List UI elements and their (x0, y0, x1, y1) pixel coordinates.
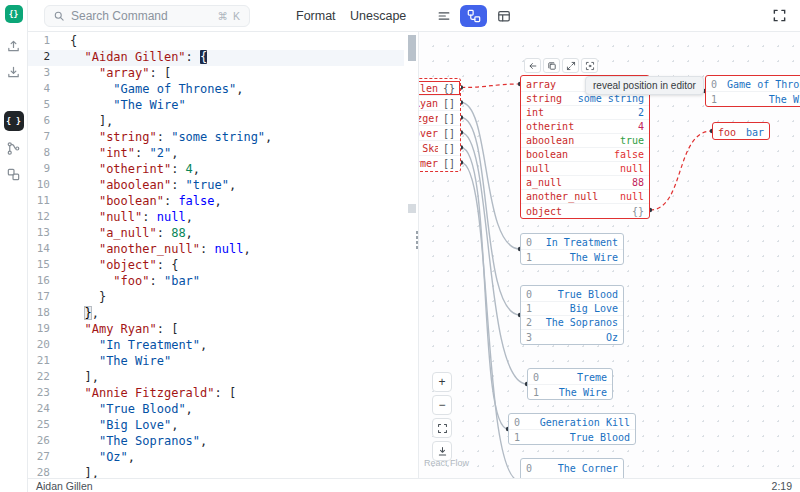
editor-line[interactable]: 27 "Oz", (28, 450, 404, 466)
fit-view-icon (437, 423, 448, 434)
icon-rail: {} { } (0, 0, 28, 492)
editor-line[interactable]: 24 "True Blood", (28, 402, 404, 418)
editor-line[interactable]: 28 ], (28, 466, 404, 478)
node-row: Annie Fitzgerald[] (419, 111, 460, 126)
editor-line[interactable]: 11 "boolean": false, (28, 194, 404, 210)
line-content: ], (62, 114, 113, 130)
editor-line[interactable]: 23 "Annie Fitzgerald": [ (28, 386, 404, 402)
code-editor[interactable]: 1{2 "Aidan Gillen": {3 "array": [4 "Game… (28, 32, 418, 478)
line-number: 15 (28, 258, 62, 274)
graph-view-button[interactable] (460, 5, 487, 27)
editor-line[interactable]: 20 "In Treatment", (28, 338, 404, 354)
view-toggles (430, 5, 517, 27)
editor-line[interactable]: 14 "another_null": null, (28, 242, 404, 258)
search-input[interactable]: Search Command ⌘ K (44, 5, 250, 27)
node-row: otherint4 (521, 120, 649, 134)
topbar: Search Command ⌘ K Format Unescape (28, 0, 800, 32)
node-row: booleanfalse (521, 148, 649, 162)
editor-line[interactable]: 1{ (28, 34, 404, 50)
graph-node-alexander-skarsgard[interactable]: 0Generation Kill1True Blood (508, 413, 636, 445)
node-copy-button[interactable] (543, 58, 560, 73)
copy-icon (547, 61, 557, 71)
editor-line[interactable]: 22 ], (28, 370, 404, 386)
flow-icon[interactable] (5, 139, 23, 157)
fullscreen-button[interactable] (770, 8, 788, 24)
table-view-icon (497, 9, 511, 23)
editor-line[interactable]: 2 "Aidan Gillen": { (28, 50, 404, 66)
json-editor-icon[interactable]: { } (4, 111, 24, 131)
graph-node-aidan-array[interactable]: 0Game of Thrones1The Wire (705, 75, 800, 107)
editor-line[interactable]: 8 "int": "2", (28, 146, 404, 162)
line-content: "otherint": 4, (62, 162, 200, 178)
node-row: 1The Wire (528, 385, 612, 399)
node-expand-button[interactable] (562, 58, 579, 73)
graph-node-anwan-glover[interactable]: 0Treme1The Wire (527, 368, 613, 400)
node-back-button[interactable] (524, 58, 541, 73)
editor-line[interactable]: 7 "string": "some string", (28, 130, 404, 146)
node-focus-button[interactable] (581, 58, 598, 73)
line-content: "int": "2", (62, 146, 178, 162)
editor-line[interactable]: 25 "Big Love", (28, 418, 404, 434)
editor-line[interactable]: 6 ], (28, 114, 404, 130)
editor-line[interactable]: 12 "null": null, (28, 210, 404, 226)
zoom-out-button[interactable]: − (432, 395, 452, 415)
upload-icon[interactable] (5, 37, 23, 55)
line-content: "True Blood", (62, 402, 193, 418)
editor-scrollbar-thumb[interactable] (408, 35, 416, 61)
unescape-button[interactable]: Unescape (346, 0, 410, 32)
line-number: 23 (28, 386, 62, 402)
fullscreen-icon (772, 8, 787, 23)
table-view-button[interactable] (490, 5, 517, 27)
node-row: 1True Blood (509, 430, 635, 444)
graph-node-alice-farmer[interactable]: 0The Corner (520, 458, 624, 478)
transform-icon[interactable] (5, 165, 23, 183)
line-number: 5 (28, 98, 62, 114)
tooltip: reveal position in editor (585, 76, 704, 95)
line-number: 6 (28, 114, 62, 130)
download-icon[interactable] (5, 63, 23, 81)
node-row: Anwan Glover[] (419, 126, 460, 141)
graph-node-annie-fitzgerald[interactable]: 0True Blood1Big Love2The Sopranos3Oz (520, 285, 624, 345)
line-content: } (62, 290, 106, 306)
node-row: another_nullnull (521, 190, 649, 204)
node-row: 1Big Love (521, 302, 623, 316)
line-content: "Amy Ryan": [ (62, 322, 178, 338)
editor-line[interactable]: 9 "otherint": 4, (28, 162, 404, 178)
editor-line[interactable]: 10 "aboolean": "true", (28, 178, 404, 194)
editor-line[interactable]: 19 "Amy Ryan": [ (28, 322, 404, 338)
graph-node-object-foo[interactable]: foobar (712, 122, 770, 140)
format-button[interactable]: Format (292, 0, 340, 32)
editor-line[interactable]: 17 } (28, 290, 404, 306)
zoom-in-button[interactable]: + (432, 372, 452, 392)
fit-view-button[interactable] (432, 418, 452, 438)
graph-canvas[interactable]: Aidan Gillen{}Amy Ryan[]Annie Fitzgerald… (419, 32, 800, 478)
line-content: "The Sopranos", (62, 434, 207, 450)
line-content: "aboolean": "true", (62, 178, 236, 194)
search-placeholder: Search Command (71, 9, 168, 23)
editor-line[interactable]: 13 "a_null": 88, (28, 226, 404, 242)
line-number: 20 (28, 338, 62, 354)
graph-node-root[interactable]: Aidan Gillen{}Amy Ryan[]Annie Fitzgerald… (419, 78, 461, 172)
line-number: 28 (28, 466, 62, 478)
editor-line[interactable]: 5 "The Wire" (28, 98, 404, 114)
graph-node-aidan-gillen[interactable]: arraystringsome stringint2otherint4abool… (520, 75, 650, 219)
editor-line[interactable]: 18 }, (28, 306, 404, 322)
editor-line[interactable]: 26 "The Sopranos", (28, 434, 404, 450)
node-toolbar (524, 58, 598, 73)
editor-line[interactable]: 3 "array": [ (28, 66, 404, 82)
node-row: 3Oz (521, 330, 623, 344)
editor-line[interactable]: 21 "The Wire" (28, 354, 404, 370)
graph-node-amy-ryan[interactable]: 0In Treatment1The Wire (520, 233, 624, 265)
line-number: 19 (28, 322, 62, 338)
line-content: "object": { (62, 258, 178, 274)
editor-line[interactable]: 16 "foo": "bar" (28, 274, 404, 290)
focus-icon (585, 61, 595, 71)
editor-line[interactable]: 15 "object": { (28, 258, 404, 274)
line-content: "a_null": 88, (62, 226, 193, 242)
node-row: a_null88 (521, 176, 649, 190)
editor-line[interactable]: 4 "Game of Thrones", (28, 82, 404, 98)
app-logo[interactable]: {} (5, 5, 23, 23)
line-content: "The Wire" (62, 354, 171, 370)
list-view-button[interactable] (430, 5, 457, 27)
download-image-button[interactable] (432, 441, 452, 461)
